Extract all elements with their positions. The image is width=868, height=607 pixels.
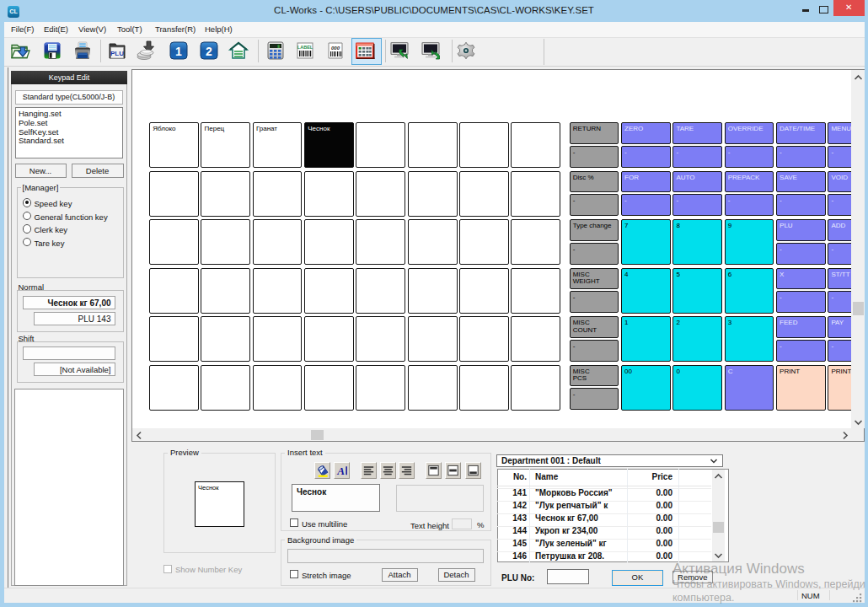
svg-text:LABEL: LABEL <box>297 45 313 50</box>
svg-text:000: 000 <box>331 46 340 51</box>
svg-text:2: 2 <box>206 45 212 58</box>
svg-text:1: 1 <box>175 45 182 58</box>
svg-text:PLU: PLU <box>110 50 124 57</box>
svg-text:8: 8 <box>277 45 280 49</box>
svg-text:A: A <box>336 465 345 477</box>
